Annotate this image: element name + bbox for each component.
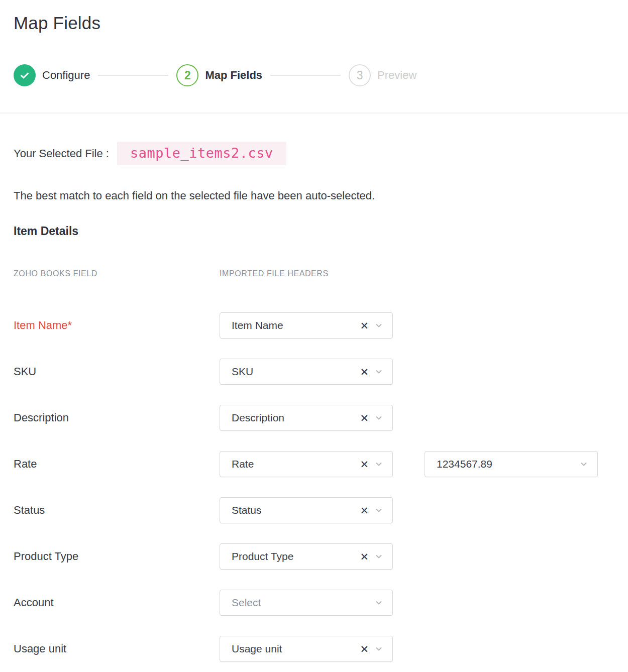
clear-icon[interactable]: ✕ <box>360 413 369 423</box>
map-row-item-name: Item Name* Item Name ✕ <box>14 312 614 339</box>
selected-header-value: Usage unit <box>232 643 360 655</box>
chevron-down-icon[interactable] <box>374 413 383 422</box>
step-2-number: 2 <box>176 64 198 86</box>
map-row-status: Status Status ✕ <box>14 497 614 523</box>
chevron-down-icon[interactable] <box>374 460 383 469</box>
header-select-description[interactable]: Description ✕ <box>220 405 393 431</box>
step-preview-label: Preview <box>377 69 416 82</box>
field-label-account: Account <box>14 596 220 609</box>
step-configure[interactable]: Configure <box>14 64 90 86</box>
auto-select-note: The best match to each field on the sele… <box>14 189 614 202</box>
step-map-fields-label: Map Fields <box>205 69 262 82</box>
step-3-number: 3 <box>349 64 371 86</box>
clear-icon[interactable]: ✕ <box>360 320 369 331</box>
selected-header-value: Item Name <box>232 319 360 331</box>
field-label-rate: Rate <box>14 458 220 471</box>
header-select-item-name[interactable]: Item Name ✕ <box>220 312 393 339</box>
step-map-fields[interactable]: 2 Map Fields <box>176 64 262 86</box>
field-label-usage-unit: Usage unit <box>14 642 220 655</box>
rate-format-value: 1234567.89 <box>437 458 579 470</box>
field-label-item-name: Item Name* <box>14 319 220 332</box>
clear-icon[interactable]: ✕ <box>360 367 369 377</box>
clear-icon[interactable]: ✕ <box>360 505 369 516</box>
section-heading: Item Details <box>14 225 614 238</box>
stepper-connector <box>270 75 341 76</box>
column-header-imported-headers: IMPORTED FILE HEADERS <box>220 269 329 278</box>
selected-header-value: SKU <box>232 366 360 378</box>
map-row-product-type: Product Type Product Type ✕ <box>14 543 614 570</box>
map-row-description: Description Description ✕ <box>14 405 614 431</box>
selected-file-label: Your Selected File : <box>14 147 109 160</box>
column-header-zoho-field: ZOHO BOOKS FIELD <box>14 269 220 278</box>
header-select-account[interactable]: Select <box>220 590 393 616</box>
header-select-rate[interactable]: Rate ✕ <box>220 451 393 477</box>
chevron-down-icon[interactable] <box>374 552 383 561</box>
clear-icon[interactable]: ✕ <box>360 551 369 562</box>
chevron-down-icon[interactable] <box>374 321 383 330</box>
page-title: Map Fields <box>14 13 614 33</box>
selected-header-value: Rate <box>232 458 360 470</box>
check-icon <box>14 64 36 86</box>
chevron-down-icon[interactable] <box>374 644 383 653</box>
stepper-connector <box>98 75 168 76</box>
field-label-product-type: Product Type <box>14 550 220 563</box>
selected-header-value: Product Type <box>232 550 360 563</box>
step-configure-label: Configure <box>42 69 90 82</box>
field-label-description: Description <box>14 411 220 424</box>
header-select-usage-unit[interactable]: Usage unit ✕ <box>220 636 393 662</box>
selected-header-value: Status <box>232 504 360 516</box>
header-select-sku[interactable]: SKU ✕ <box>220 359 393 385</box>
rate-format-select[interactable]: 1234567.89 <box>425 451 598 477</box>
field-label-status: Status <box>14 504 220 517</box>
select-placeholder: Select <box>232 597 374 609</box>
step-preview: 3 Preview <box>349 64 416 86</box>
map-row-account: Account Select <box>14 590 614 616</box>
chevron-down-icon[interactable] <box>374 367 383 376</box>
section-divider <box>0 113 628 114</box>
import-stepper: Configure 2 Map Fields 3 Preview <box>14 64 614 86</box>
selected-file-name: sample_items2.csv <box>117 142 286 165</box>
chevron-down-icon[interactable] <box>579 460 588 469</box>
selected-header-value: Description <box>232 412 360 424</box>
header-select-status[interactable]: Status ✕ <box>220 497 393 523</box>
map-row-usage-unit: Usage unit Usage unit ✕ <box>14 636 614 662</box>
clear-icon[interactable]: ✕ <box>360 459 369 470</box>
header-select-product-type[interactable]: Product Type ✕ <box>220 543 393 570</box>
map-row-rate: Rate Rate ✕ 1234567.89 <box>14 451 614 477</box>
map-row-sku: SKU SKU ✕ <box>14 359 614 385</box>
field-label-sku: SKU <box>14 365 220 378</box>
clear-icon[interactable]: ✕ <box>360 644 369 654</box>
chevron-down-icon[interactable] <box>374 506 383 515</box>
chevron-down-icon[interactable] <box>374 598 383 607</box>
